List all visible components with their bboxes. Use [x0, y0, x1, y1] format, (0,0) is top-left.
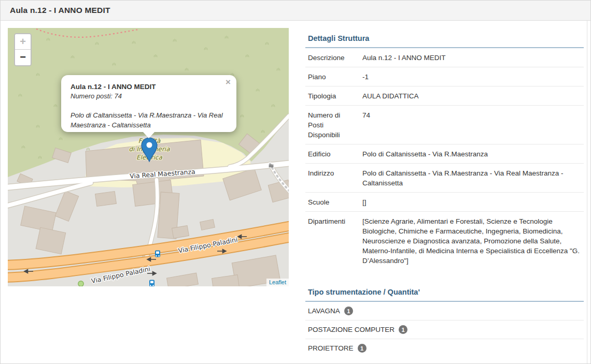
popup-tail: [143, 132, 154, 138]
table-row: Edificio Polo di Caltanissetta - Via R.M…: [305, 144, 584, 164]
popup-address: Polo di Caltanissetta - Via R.Maestranza…: [71, 110, 230, 130]
details-section-title: Dettagli Struttura: [305, 28, 584, 47]
bus-stop-icon: [149, 280, 154, 287]
table-row: Indirizzo Polo di Caltanissetta - Via R.…: [305, 164, 584, 193]
map-attribution: Leaflet: [266, 279, 289, 286]
popup-close-icon[interactable]: ×: [226, 78, 231, 86]
equipment-row: PROIETTORE 1: [305, 339, 584, 357]
page-title: Aula n.12 - I ANNO MEDIT: [10, 6, 110, 15]
table-row: Scuole []: [305, 193, 584, 212]
table-row: Piano -1: [305, 67, 584, 86]
quantity-badge: 1: [344, 307, 353, 315]
leaflet-link[interactable]: Leaflet: [269, 279, 286, 285]
map-popup: × Aula n.12 - I ANNO MEDIT Numero posti:…: [61, 75, 236, 132]
bus-stop-icon: [155, 251, 160, 257]
table-row: Descrizione Aula n.12 - I ANNO MEDIT: [305, 48, 584, 67]
panel-right-divider: [587, 21, 587, 363]
popup-seats: Numero posti: 74: [71, 92, 223, 100]
page: Aula n.12 - I ANNO MEDIT: [0, 0, 591, 364]
quantity-badge: 1: [358, 344, 367, 353]
zoom-in-button[interactable]: +: [15, 34, 31, 50]
equipment-row: LAVAGNA 1: [305, 302, 584, 321]
table-row: Numero di Posti Disponibili 74: [305, 106, 584, 144]
popup-title: Aula n.12 - I ANNO MEDIT: [71, 83, 223, 91]
equipment-section: Tipo strumentazione / Quantita' LAVAGNA …: [305, 282, 584, 357]
equipment-section-title: Tipo strumentazione / Quantita': [305, 282, 584, 301]
table-row: Dipartimenti [Scienze Agrarie, Alimentar…: [305, 212, 584, 270]
leaflet-map[interactable]: Via Real Maestranza Via Filippo Paladini…: [8, 28, 289, 286]
tree-icon: [78, 281, 83, 286]
quantity-badge: 1: [399, 325, 407, 334]
page-header: Aula n.12 - I ANNO MEDIT: [1, 1, 590, 21]
zoom-out-button[interactable]: −: [15, 50, 31, 65]
table-row: Tipologia AULA DIDATTICA: [305, 86, 584, 106]
map-zoom-control: + −: [14, 33, 32, 66]
equipment-row: POSTAZIONE COMPUTER 1: [305, 321, 584, 339]
details-panel: Dettagli Struttura Descrizione Aula n.12…: [305, 28, 584, 357]
map-tiles: Via Real Maestranza Via Filippo Paladini…: [8, 28, 289, 286]
